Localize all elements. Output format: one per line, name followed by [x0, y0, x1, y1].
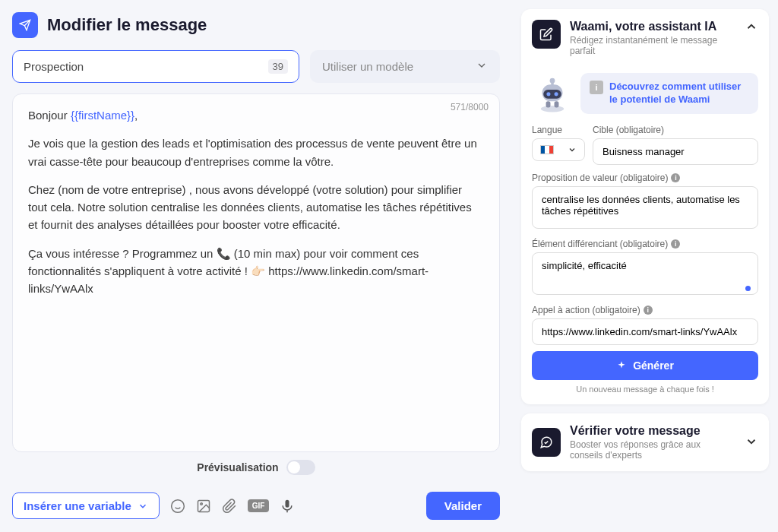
page-header: Modifier le message [12, 12, 500, 38]
info-icon: i [590, 81, 603, 94]
chevron-down-icon [745, 435, 758, 451]
info-icon[interactable]: i [671, 173, 680, 182]
verify-subtitle: Booster vos réponses grâce aux conseils … [570, 439, 735, 461]
waami-title: Waami, votre assistant IA [570, 20, 735, 33]
robot-icon [532, 73, 573, 114]
gif-icon[interactable]: GIF [248, 499, 270, 512]
image-icon[interactable] [196, 499, 211, 514]
message-name-input[interactable] [24, 60, 268, 73]
greeting-text: Bonjour [28, 109, 71, 122]
generate-note: Un nouveau message à chaque fois ! [532, 385, 758, 394]
info-icon[interactable]: i [671, 239, 680, 249]
cta-input[interactable] [532, 318, 758, 345]
preview-toggle[interactable] [286, 460, 315, 475]
editor-body[interactable]: Bonjour {{firstName}}, Je vois que la ge… [28, 106, 484, 297]
verify-panel[interactable]: Vérifier votre message Booster vos répon… [521, 413, 769, 471]
cible-label: Cible (obligatoire) [593, 125, 758, 135]
editor-char-count: 571/8000 [451, 102, 489, 112]
status-dot-icon [745, 286, 751, 291]
message-editor[interactable]: 571/8000 Bonjour {{firstName}}, Je vois … [12, 93, 500, 452]
waami-tip-box[interactable]: i Découvrez comment utiliser le potentie… [580, 73, 758, 114]
svg-rect-7 [543, 90, 561, 99]
waami-header[interactable]: Waami, votre assistant IA Rédigez instan… [532, 20, 758, 56]
attachment-icon[interactable] [222, 499, 237, 514]
language-select[interactable] [532, 138, 585, 161]
chevron-up-icon [745, 20, 758, 36]
name-char-count: 39 [268, 59, 288, 74]
page-title: Modifier le message [47, 15, 207, 35]
langue-label: Langue [532, 125, 585, 135]
send-icon [12, 12, 38, 38]
svg-point-9 [555, 92, 558, 96]
edit-icon [532, 20, 561, 49]
voice-note-icon[interactable] [280, 499, 295, 514]
svg-point-5 [541, 106, 564, 112]
waami-panel: Waami, votre assistant IA Rédigez instan… [521, 9, 769, 404]
svg-rect-13 [555, 101, 559, 107]
svg-rect-11 [551, 82, 553, 86]
differenciant-label: Élément différenciant (obligatoire) i [532, 239, 758, 249]
editor-para-3: Ça vous intéresse ? Programmez un 📞 (10 … [28, 245, 484, 298]
chevron-down-icon [138, 501, 148, 511]
message-name-field[interactable]: 39 [12, 50, 299, 83]
chevron-down-icon [476, 59, 488, 74]
template-select[interactable]: Utiliser un modèle [310, 50, 500, 83]
generate-button[interactable]: Générer [532, 351, 758, 380]
proposition-label: Proposition de valeur (obligatoire) i [532, 173, 758, 183]
cta-label: Appel à action (obligatoire) i [532, 305, 758, 315]
preview-toggle-row: Prévisualisation [12, 452, 500, 483]
svg-point-0 [171, 499, 184, 512]
emoji-icon[interactable] [170, 499, 185, 514]
cible-input[interactable] [593, 138, 758, 165]
preview-label: Prévisualisation [197, 461, 278, 473]
template-placeholder: Utiliser un modèle [322, 60, 413, 73]
chat-check-icon [532, 428, 561, 457]
svg-rect-12 [546, 101, 551, 107]
bottom-toolbar: Insérer une variable GIF [12, 483, 500, 532]
waami-subtitle: Rédigez instantanément le message parfai… [570, 35, 735, 56]
editor-para-2: Chez (nom de votre entreprise) , nous av… [28, 181, 484, 234]
editor-para-1: Je vois que la gestion des leads et l'op… [28, 135, 484, 170]
sparkle-icon [616, 360, 627, 371]
validate-button[interactable]: Valider [426, 492, 500, 520]
waami-tip: i Découvrez comment utiliser le potentie… [532, 67, 758, 125]
waami-tip-text: Découvrez comment utiliser le potentiel … [609, 81, 749, 106]
verify-title: Vérifier votre message [570, 424, 735, 438]
svg-point-8 [546, 92, 550, 96]
flag-fr-icon [540, 145, 554, 154]
insert-variable-button[interactable]: Insérer une variable [12, 492, 160, 519]
svg-point-4 [201, 502, 203, 505]
chevron-down-icon [568, 145, 577, 154]
firstname-variable: {{firstName}} [71, 109, 134, 122]
differenciant-input[interactable] [532, 252, 758, 295]
proposition-input[interactable] [532, 186, 758, 229]
info-icon[interactable]: i [644, 306, 653, 315]
